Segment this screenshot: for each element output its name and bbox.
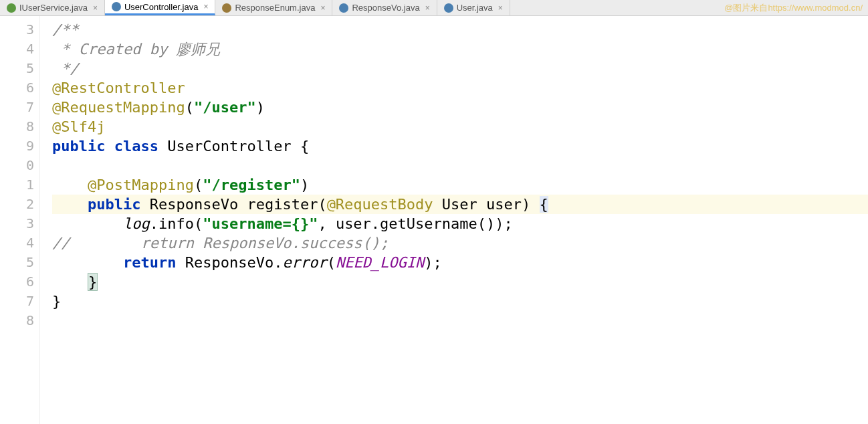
line-number: 6 [0, 78, 39, 98]
interface-icon [7, 3, 16, 13]
tab-label: User.java [457, 3, 493, 13]
code-line: */ [52, 59, 868, 78]
tab-label: ResponseEnum.java [235, 3, 315, 13]
code-line: } [52, 292, 868, 311]
code-line: log.info("username={}", user.getUsername… [52, 214, 868, 233]
line-number: 2@ [0, 195, 39, 214]
class-icon [444, 3, 453, 13]
code-line: @PostMapping("/register") [52, 175, 868, 195]
line-number: 0 [0, 156, 39, 175]
tab-usercontroller[interactable]: UserController.java × [105, 0, 216, 15]
line-number: 3 [0, 214, 39, 233]
code-line: @RequestMapping("/user") [52, 98, 868, 117]
line-number: 7 [0, 98, 39, 117]
close-icon[interactable]: × [320, 3, 325, 13]
line-number: 1 [0, 175, 39, 195]
matching-brace: { [540, 196, 548, 213]
class-icon [112, 2, 121, 11]
code-line: // return ResponseVo.success(); [52, 233, 868, 253]
line-number: 8 [0, 311, 39, 330]
tab-label: IUserService.java [19, 3, 88, 13]
line-number: 4 [0, 39, 39, 59]
editor-area: 3 4 5 6 7 8 9 0 1 2@ 3 4 5 6 7 8 /** * C… [0, 16, 868, 424]
line-number: 5 [0, 253, 39, 272]
line-number: 6 [0, 272, 39, 292]
tab-label: ResponseVo.java [352, 3, 419, 13]
code-line: * Created by 廖师兄 [52, 39, 868, 59]
matching-brace: } [88, 273, 98, 291]
close-icon[interactable]: × [93, 3, 98, 13]
watermark-text: @图片来自https://www.modmod.cn/ [724, 2, 863, 14]
tab-responseenum[interactable]: ResponseEnum.java × [215, 0, 332, 15]
code-line-active: public ResponseVo register(@RequestBody … [52, 195, 868, 214]
code-line [52, 156, 868, 175]
line-number: 3 [0, 20, 39, 39]
tab-iuserservice[interactable]: IUserService.java × [0, 0, 105, 15]
code-line: @Slf4j [52, 117, 868, 136]
tab-label: UserController.java [124, 2, 199, 12]
line-number: 4 [0, 233, 39, 253]
class-icon [339, 3, 348, 13]
code-content[interactable]: /** * Created by 廖师兄 */ @RestController … [40, 16, 868, 424]
line-number: 9 [0, 136, 39, 156]
code-line: } [52, 272, 868, 292]
line-number: 8 [0, 117, 39, 136]
tab-user[interactable]: User.java × [437, 0, 510, 15]
close-icon[interactable]: × [425, 3, 430, 13]
line-gutter[interactable]: 3 4 5 6 7 8 9 0 1 2@ 3 4 5 6 7 8 [0, 16, 40, 424]
close-icon[interactable]: × [203, 2, 208, 11]
close-icon[interactable]: × [498, 3, 503, 13]
code-line: /** [52, 20, 868, 39]
enum-icon [222, 3, 231, 13]
code-line: return ResponseVo.error(NEED_LOGIN); [52, 253, 868, 272]
code-line [52, 311, 868, 330]
code-line: public class UserController { [52, 136, 868, 156]
line-number: 5 [0, 59, 39, 78]
line-number: 7 [0, 292, 39, 311]
code-line: @RestController [52, 78, 868, 98]
tab-responsevo[interactable]: ResponseVo.java × [332, 0, 437, 15]
